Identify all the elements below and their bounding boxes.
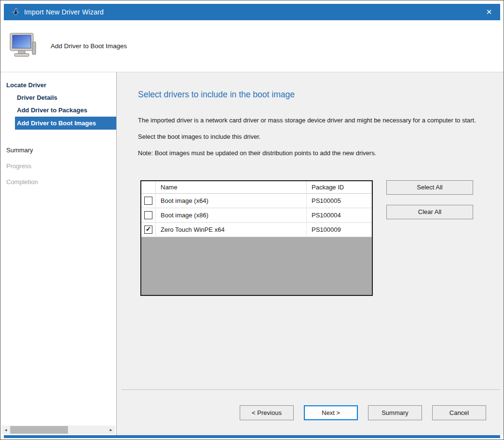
boot-image-x64-checkbox[interactable]: ✓: [144, 197, 152, 205]
summary-button[interactable]: Summary: [368, 405, 422, 420]
zero-touch-winpe-x64-checkbox[interactable]: ✓: [144, 226, 152, 234]
boot-image-section: Name Package ID ✓ Boot image (x64) PS100…: [138, 180, 489, 296]
cancel-button[interactable]: Cancel: [432, 405, 486, 420]
scrollbar-track[interactable]: [10, 426, 107, 434]
row-checkbox-cell: ✓: [141, 194, 156, 208]
main-panel: Select drivers to include in the boot im…: [117, 72, 504, 435]
close-button[interactable]: ✕: [478, 4, 500, 20]
boot-image-x86-checkbox[interactable]: ✓: [144, 211, 152, 219]
row-name-cell: Boot image (x64): [156, 194, 307, 208]
table-header: Name Package ID: [141, 181, 372, 194]
description-paragraph: The imported driver is a network card dr…: [138, 116, 481, 125]
clear-all-button[interactable]: Clear All: [386, 205, 473, 219]
sidebar-item-add-driver-to-packages[interactable]: Add Driver to Packages: [0, 104, 116, 117]
table-empty-area: [141, 237, 372, 295]
computer-icon: [8, 32, 37, 60]
row-package-id-cell: PS100004: [307, 208, 372, 222]
instruction-paragraph: Select the boot images to include this d…: [138, 133, 481, 142]
check-icon: ✓: [146, 223, 151, 237]
previous-button[interactable]: < Previous: [240, 405, 294, 420]
sidebar-item-add-driver-to-boot-images[interactable]: Add Driver to Boot Images: [15, 117, 116, 130]
next-button[interactable]: Next >: [304, 405, 358, 420]
row-checkbox-cell: ✓: [141, 223, 156, 237]
wizard-window: Import New Driver Wizard ✕ Add Driver to: [0, 0, 504, 440]
wizard-footer: < Previous Next > Summary Cancel: [122, 389, 500, 435]
sidebar-item-progress: Progress: [0, 160, 116, 173]
sidebar-item-summary[interactable]: Summary: [0, 144, 116, 157]
table-row[interactable]: ✓ Boot image (x64) PS100005: [141, 194, 372, 208]
window-title: Import New Driver Wizard: [24, 8, 104, 16]
row-name-cell: Zero Touch WinPE x64: [156, 223, 307, 237]
name-column-header[interactable]: Name: [156, 181, 307, 193]
wizard-icon: [11, 7, 20, 17]
sidebar-item-locate-driver[interactable]: Locate Driver: [0, 79, 116, 92]
window-bottom-border: [4, 435, 500, 438]
scroll-right-icon[interactable]: ►: [107, 426, 115, 434]
main-content: Select drivers to include in the boot im…: [117, 72, 504, 296]
boot-image-table: Name Package ID ✓ Boot image (x64) PS100…: [140, 180, 373, 296]
page-title: Add Driver to Boot Images: [51, 42, 127, 50]
scroll-left-icon[interactable]: ◄: [1, 426, 10, 434]
checkbox-column-header: [141, 181, 156, 193]
row-name-cell: Boot image (x86): [156, 208, 307, 222]
wizard-header: Add Driver to Boot Images: [0, 20, 504, 72]
selection-buttons: Select All Clear All: [386, 180, 473, 296]
package-id-column-header[interactable]: Package ID: [307, 181, 372, 193]
wizard-body: Locate Driver Driver Details Add Driver …: [0, 72, 504, 435]
sidebar-item-driver-details[interactable]: Driver Details: [0, 92, 116, 104]
scrollbar-thumb[interactable]: [10, 426, 68, 434]
row-package-id-cell: PS100005: [307, 194, 372, 208]
content-heading: Select drivers to include in the boot im…: [138, 90, 489, 100]
wizard-steps: Locate Driver Driver Details Add Driver …: [0, 72, 116, 426]
select-all-button[interactable]: Select All: [386, 180, 473, 195]
table-row[interactable]: ✓ Zero Touch WinPE x64 PS100009: [141, 223, 372, 237]
table-row[interactable]: ✓ Boot image (x86) PS100004: [141, 208, 372, 223]
titlebar[interactable]: Import New Driver Wizard ✕: [4, 4, 500, 20]
sidebar-item-completion: Completion: [0, 176, 116, 188]
horizontal-scrollbar[interactable]: ◄ ►: [1, 426, 115, 434]
sidebar: Locate Driver Driver Details Add Driver …: [0, 72, 117, 435]
note-paragraph: Note: Boot images must be updated on the…: [138, 149, 481, 158]
row-checkbox-cell: ✓: [141, 208, 156, 222]
row-package-id-cell: PS100009: [307, 223, 372, 237]
titlebar-wrap: Import New Driver Wizard ✕: [0, 0, 504, 20]
